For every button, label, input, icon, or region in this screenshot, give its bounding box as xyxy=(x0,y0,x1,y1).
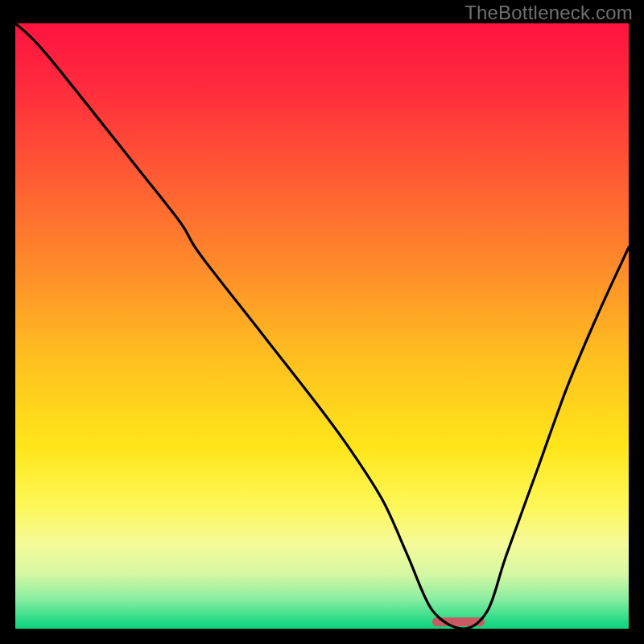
chart-plot-area xyxy=(15,23,629,629)
chart-frame xyxy=(12,20,632,632)
bottleneck-curve xyxy=(15,23,629,629)
